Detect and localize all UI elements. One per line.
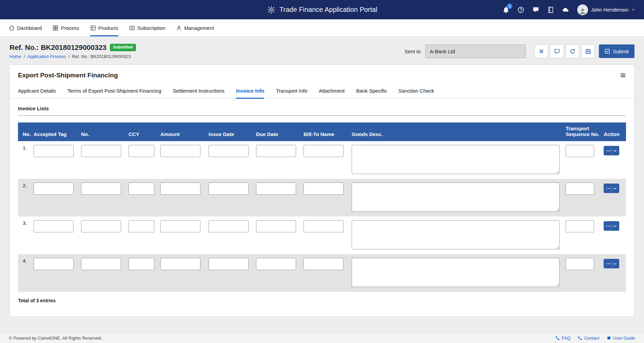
notification-bell-icon[interactable]: 3 bbox=[503, 6, 509, 13]
nav-item-management[interactable]: Management bbox=[176, 19, 214, 36]
due-date-input[interactable] bbox=[256, 183, 296, 195]
products-icon bbox=[90, 25, 96, 31]
nav-item-dashboard[interactable]: Dashboard bbox=[9, 19, 42, 36]
row-action-button[interactable] bbox=[604, 221, 619, 231]
amount-input[interactable] bbox=[160, 220, 200, 232]
chat-icon[interactable] bbox=[532, 6, 539, 13]
accepted-tag-input[interactable] bbox=[34, 258, 74, 270]
chevron-down-icon bbox=[612, 263, 619, 265]
amount-input[interactable] bbox=[160, 183, 200, 195]
refresh-button[interactable] bbox=[566, 44, 579, 58]
tab-settlement-instructions[interactable]: Settlement Instructions bbox=[173, 84, 225, 99]
home-icon bbox=[9, 25, 15, 31]
topbar: Trade Finance Application Portal 3 John … bbox=[0, 0, 644, 19]
goods-desc-textarea[interactable] bbox=[352, 258, 560, 287]
chevron-down-icon bbox=[612, 187, 619, 190]
faq-link[interactable]: FAQ bbox=[555, 336, 570, 341]
accepted-tag-input[interactable] bbox=[34, 145, 74, 157]
due-date-input[interactable] bbox=[256, 258, 296, 270]
row-number: 4. bbox=[18, 254, 34, 292]
user-name: John Henderson bbox=[591, 7, 628, 13]
transport-seq-input[interactable] bbox=[566, 220, 594, 232]
main-nav: Dashboard Process Products Subscription … bbox=[0, 19, 644, 37]
col-header-transport-seq: Transport Sequence No. bbox=[566, 122, 604, 141]
invoice-no-input[interactable] bbox=[81, 183, 121, 195]
table-header-row: No. Accepted Tag No. CCY Amount Issue Da… bbox=[18, 122, 626, 141]
bill-to-name-input[interactable] bbox=[304, 220, 344, 232]
cloud-icon[interactable] bbox=[562, 6, 569, 13]
tab-attachment[interactable]: Attachment bbox=[319, 84, 345, 99]
col-header-action: Action bbox=[604, 122, 626, 141]
issue-date-input[interactable] bbox=[209, 220, 249, 232]
nav-item-process[interactable]: Process bbox=[53, 19, 79, 36]
transport-seq-input[interactable] bbox=[566, 145, 594, 157]
submit-button[interactable]: Submit bbox=[599, 44, 635, 58]
tab-bank-specific[interactable]: Bank Specific bbox=[356, 84, 387, 99]
tab-sanction-check[interactable]: Sanction Check bbox=[398, 84, 434, 99]
invoice-table-wrap: No. Accepted Tag No. CCY Amount Issue Da… bbox=[10, 116, 634, 292]
bill-to-name-input[interactable] bbox=[304, 183, 344, 195]
nav-label: Subscription bbox=[137, 25, 165, 31]
col-header-no: No. bbox=[18, 122, 34, 141]
tab-invoice-info[interactable]: Invoice Info bbox=[236, 84, 264, 99]
tab-transport-info[interactable]: Transport Info bbox=[276, 84, 307, 99]
ccy-input[interactable] bbox=[129, 183, 154, 195]
goods-desc-textarea[interactable] bbox=[352, 145, 560, 174]
goods-desc-textarea[interactable] bbox=[352, 220, 560, 249]
user-guide-link[interactable]: User Guide bbox=[607, 336, 635, 341]
row-action-button[interactable] bbox=[604, 259, 619, 268]
goods-desc-textarea[interactable] bbox=[352, 183, 560, 212]
faq-label: FAQ bbox=[562, 336, 570, 341]
journal-icon[interactable] bbox=[547, 6, 554, 13]
avatar bbox=[577, 4, 588, 15]
nav-item-products[interactable]: Products bbox=[90, 19, 118, 36]
ellipsis-icon bbox=[604, 188, 612, 189]
copyright-text: © Powered by CamelONE. All Rights Reserv… bbox=[9, 336, 102, 341]
row-action-button[interactable] bbox=[604, 184, 619, 193]
invoice-no-input[interactable] bbox=[81, 220, 121, 232]
ccy-input[interactable] bbox=[129, 258, 154, 270]
comment-button[interactable] bbox=[550, 44, 564, 58]
ccy-input[interactable] bbox=[129, 220, 154, 232]
contact-label: Contact bbox=[584, 336, 599, 341]
amount-input[interactable] bbox=[160, 258, 200, 270]
breadcrumb: Home Application Process Ref. No.: BK201… bbox=[9, 54, 136, 59]
total-entries-text: Total of 3 entries bbox=[10, 292, 634, 316]
menu-list-icon[interactable] bbox=[620, 72, 626, 78]
sent-to-label: Sent to bbox=[405, 49, 426, 54]
transport-seq-input[interactable] bbox=[566, 258, 594, 270]
due-date-input[interactable] bbox=[256, 220, 296, 232]
amount-input[interactable] bbox=[160, 145, 200, 157]
due-date-input[interactable] bbox=[256, 145, 296, 157]
invoice-table: No. Accepted Tag No. CCY Amount Issue Da… bbox=[18, 122, 626, 292]
user-menu[interactable]: John Henderson bbox=[577, 4, 635, 15]
ccy-input[interactable] bbox=[129, 145, 154, 157]
accepted-tag-input[interactable] bbox=[34, 220, 74, 232]
transport-seq-input[interactable] bbox=[566, 183, 594, 195]
ellipsis-icon bbox=[604, 150, 612, 152]
save-button[interactable] bbox=[581, 44, 595, 58]
bill-to-name-input[interactable] bbox=[304, 145, 344, 157]
issue-date-input[interactable] bbox=[209, 258, 249, 270]
issue-date-input[interactable] bbox=[209, 183, 249, 195]
close-button[interactable] bbox=[534, 44, 548, 58]
refresh-icon bbox=[570, 49, 575, 54]
breadcrumb-home[interactable]: Home bbox=[9, 54, 21, 59]
breadcrumb-application-process[interactable]: Application Process bbox=[27, 54, 66, 59]
row-action-button[interactable] bbox=[604, 146, 619, 155]
contact-link[interactable]: Contact bbox=[578, 336, 599, 341]
accepted-tag-input[interactable] bbox=[34, 183, 74, 195]
bill-to-name-input[interactable] bbox=[304, 258, 344, 270]
col-header-goods-desc: Goods Desc. bbox=[352, 122, 566, 141]
check-square-icon bbox=[605, 49, 610, 54]
nav-item-subscription[interactable]: Subscription bbox=[129, 19, 165, 36]
page-title: Ref. No.: BK20180129000323 bbox=[9, 43, 106, 52]
tab-terms[interactable]: Terms of Export Post-Shipment Financing bbox=[67, 84, 161, 99]
breadcrumb-current: Ref. No.: BK20180129000323 bbox=[66, 54, 131, 59]
help-icon[interactable] bbox=[518, 6, 524, 13]
invoice-no-input[interactable] bbox=[81, 258, 121, 270]
invoice-no-input[interactable] bbox=[81, 145, 121, 157]
table-row: 4. bbox=[18, 254, 626, 292]
issue-date-input[interactable] bbox=[209, 145, 249, 157]
tab-applicant-details[interactable]: Applicant Details bbox=[18, 84, 56, 99]
